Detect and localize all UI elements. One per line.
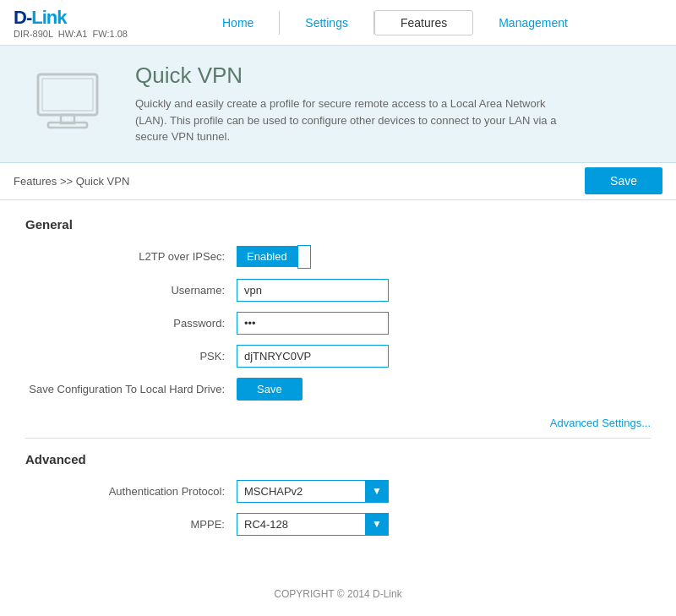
banner-text: Quick VPN Quickly and easily create a pr… [135,63,575,145]
banner-description: Quickly and easily create a profile for … [135,95,575,145]
banner-icon [25,70,110,138]
auth-protocol-wrapper: MSCHAPv2 CHAP PAP ▼ [237,480,389,503]
monitor-icon [30,70,106,138]
nav-management[interactable]: Management [473,11,593,35]
password-row: Password: [25,312,651,335]
svg-rect-3 [42,79,93,111]
advanced-link-row: Advanced Settings... [25,411,651,439]
svg-rect-0 [38,74,97,115]
advanced-settings-link[interactable]: Advanced Settings... [550,417,651,429]
advanced-section: Advanced Authentication Protocol: MSCHAP… [25,452,651,536]
mppe-row: MPPE: RC4-128 RC4-40 None ▼ [25,513,651,536]
nav-home[interactable]: Home [197,11,280,35]
psk-input[interactable] [237,345,389,368]
mppe-select[interactable]: RC4-128 RC4-40 None [237,513,389,536]
auth-protocol-select[interactable]: MSCHAPv2 CHAP PAP [237,480,389,503]
svg-rect-2 [48,123,87,128]
header: D-Link DIR-890L HW:A1 FW:1.08 Home Setti… [0,0,676,46]
breadcrumb-bar: Features >> Quick VPN Save [0,163,676,200]
logo-area: D-Link DIR-890L HW:A1 FW:1.08 [14,7,128,39]
auth-protocol-row: Authentication Protocol: MSCHAPv2 CHAP P… [25,480,651,503]
auth-protocol-label: Authentication Protocol: [25,485,237,498]
general-section-title: General [25,217,651,232]
content-area: General L2TP over IPSec: Enabled Usernam… [0,200,676,571]
banner: Quick VPN Quickly and easily create a pr… [0,46,676,163]
password-label: Password: [25,317,237,330]
main-nav: Home Settings Features Management [128,10,662,35]
banner-title: Quick VPN [135,63,575,89]
save-config-label: Save Configuration To Local Hard Drive: [25,383,237,395]
logo-sub: DIR-890L HW:A1 FW:1.08 [14,29,128,39]
l2tp-label: L2TP over IPSec: [25,250,237,263]
l2tp-row: L2TP over IPSec: Enabled [25,245,651,269]
nav-features[interactable]: Features [374,10,473,35]
password-input[interactable] [237,312,389,335]
psk-row: PSK: [25,345,651,368]
nav-settings[interactable]: Settings [280,11,374,35]
breadcrumb: Features >> Quick VPN [14,175,129,188]
username-row: Username: [25,279,651,302]
advanced-section-title: Advanced [25,452,651,466]
username-label: Username: [25,284,237,297]
logo-text: D-Link [14,7,128,29]
l2tp-toggle[interactable]: Enabled [237,245,311,269]
save-button-top[interactable]: Save [585,167,662,194]
mppe-label: MPPE: [25,518,237,531]
toggle-handle [297,245,311,269]
footer-text: COPYRIGHT © 2014 D-Link [274,588,401,600]
mppe-wrapper: RC4-128 RC4-40 None ▼ [237,513,389,536]
psk-label: PSK: [25,350,237,363]
footer: COPYRIGHT © 2014 D-Link [0,571,676,617]
l2tp-enabled-btn[interactable]: Enabled [237,246,297,267]
username-input[interactable] [237,279,389,302]
save-config-row: Save Configuration To Local Hard Drive: … [25,378,651,401]
save-config-button[interactable]: Save [237,378,303,401]
